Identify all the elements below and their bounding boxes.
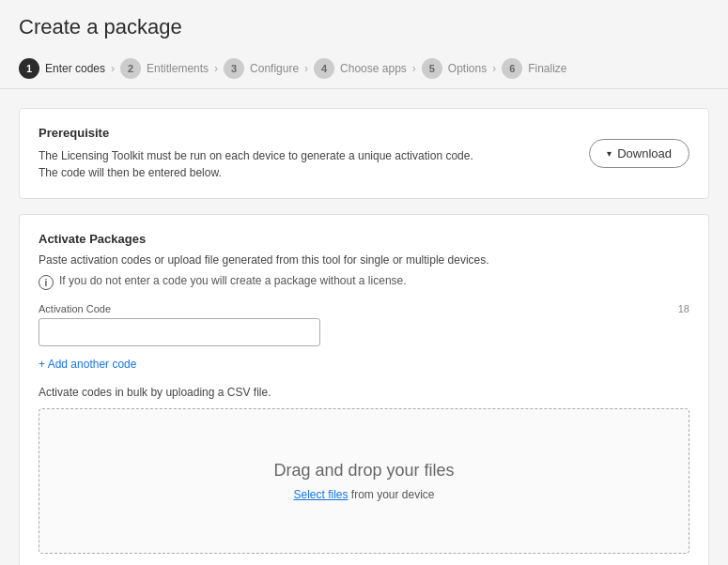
prerequisite-card: Prerequisite The Licensing Toolkit must … [19,108,709,199]
step-4[interactable]: 4 Choose apps [314,58,407,79]
step-circle-4: 4 [314,58,334,79]
add-code-link[interactable]: + Add another code [39,358,136,371]
info-icon: i [39,275,54,290]
step-arrow-5: › [492,62,496,75]
step-1[interactable]: 1 Enter codes [19,58,105,79]
step-circle-1: 1 [19,58,39,79]
step-arrow-4: › [412,62,416,75]
step-label-4: Choose apps [340,62,407,75]
step-arrow-3: › [304,62,308,75]
drop-zone[interactable]: Drag and drop your files Select files fr… [39,408,689,554]
step-circle-5: 5 [422,58,442,79]
download-button[interactable]: ▾ Download [589,139,689,168]
step-arrow-1: › [111,62,115,75]
activate-description: Paste activation codes or upload file ge… [39,253,689,267]
step-label-3: Configure [250,62,299,75]
step-circle-3: 3 [224,58,244,79]
bulk-label: Activate codes in bulk by uploading a CS… [39,386,689,399]
prerequisite-description: The Licensing Toolkit must be run on eac… [39,147,489,181]
activate-card: Activate Packages Paste activation codes… [19,214,709,565]
page-wrapper: Create a package 1 Enter codes › 2 Entit… [0,0,728,565]
prerequisite-heading: Prerequisite [39,126,489,140]
wizard-steps: 1 Enter codes › 2 Entitlements › 3 Confi… [0,49,728,89]
page-title: Create a package [0,0,728,49]
prerequisite-body: Prerequisite The Licensing Toolkit must … [39,126,689,181]
main-content: Prerequisite The Licensing Toolkit must … [0,89,728,565]
select-files-link[interactable]: Select files [293,488,348,501]
step-circle-6: 6 [502,58,522,79]
info-row: i If you do not enter a code you will cr… [39,274,689,290]
step-label-1: Enter codes [45,62,105,75]
step-label-2: Entitlements [147,62,209,75]
activation-code-field-row: Activation Code 18 [39,303,689,346]
step-6[interactable]: 6 Finalize [502,58,566,79]
step-label-6: Finalize [528,62,566,75]
activation-code-label: Activation Code [39,303,111,314]
step-5[interactable]: 5 Options [422,58,487,79]
prerequisite-text-block: Prerequisite The Licensing Toolkit must … [39,126,489,181]
step-circle-2: 2 [120,58,141,79]
step-arrow-2: › [214,62,218,75]
step-label-5: Options [448,62,487,75]
activation-code-input[interactable] [39,318,320,346]
step-3[interactable]: 3 Configure [224,58,299,79]
drop-zone-heading: Drag and drop your files [273,461,454,481]
activate-heading: Activate Packages [39,232,689,246]
download-chevron-icon: ▾ [607,148,612,159]
drop-zone-suffix: from your device [348,488,434,501]
field-label-row: Activation Code 18 [39,303,689,314]
info-text: If you do not enter a code you will crea… [59,274,407,287]
step-2[interactable]: 2 Entitlements [120,58,209,79]
activation-code-count: 18 [678,303,689,314]
download-label: Download [617,146,672,160]
drop-zone-sub: Select files from your device [293,488,434,501]
